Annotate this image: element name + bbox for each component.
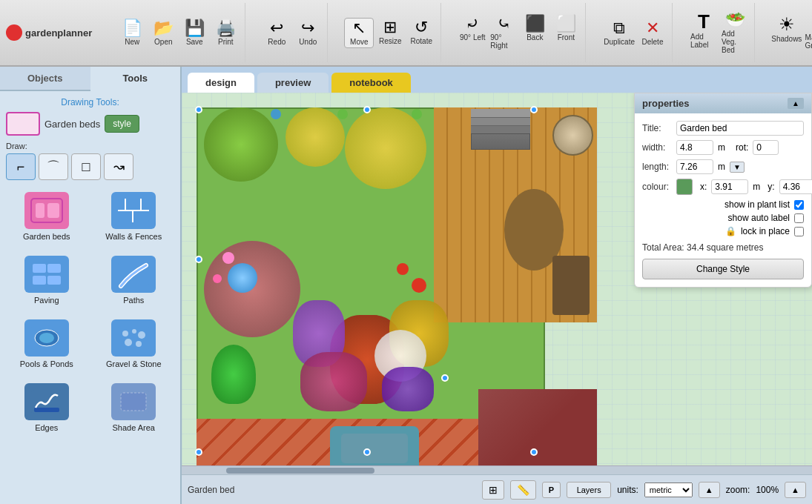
svg-rect-24 — [34, 408, 59, 412]
bottom-bar: Garden bed ⊞ 📏 P Layers units: metric im… — [182, 474, 812, 504]
handle-br[interactable] — [530, 448, 538, 456]
max-grid-button[interactable]: ⊞ Max. Grid — [804, 14, 812, 51]
svg-rect-12 — [47, 276, 61, 285]
history-group: ↩ Redo ↪ Undo — [257, 3, 328, 62]
units-up-button[interactable]: ▲ — [699, 482, 720, 498]
tab-objects[interactable]: Objects — [0, 67, 90, 91]
open-button[interactable]: 📂 Open — [148, 19, 178, 47]
back-button[interactable]: ⬛ Back — [520, 14, 549, 51]
auto-label-row: show auto label — [642, 213, 804, 223]
add-veg-bed-button[interactable]: 🥗 Add Veg. Bed — [720, 10, 750, 56]
handle-bl[interactable] — [195, 448, 202, 456]
tool-edges[interactable]: Edges — [6, 379, 88, 437]
undo-button[interactable]: ↪ Undo — [293, 19, 323, 47]
delete-button[interactable]: ✕ Delete — [638, 19, 667, 47]
move-button[interactable]: ↖ Move — [344, 18, 374, 48]
shade-label: Shade Area — [113, 423, 156, 432]
gardenbed-label: Garden beds — [23, 232, 70, 241]
front-icon: ⬜ — [556, 16, 576, 32]
handle-mr[interactable] — [441, 374, 449, 382]
add-veg-bed-icon: 🥗 — [725, 12, 745, 28]
draw-tool-rect[interactable]: ⌐ — [6, 153, 36, 180]
handle-tm[interactable] — [363, 106, 371, 113]
tool-gardenbed[interactable]: Garden beds — [6, 188, 88, 245]
add-label-button[interactable]: T Add Label — [689, 10, 719, 56]
tab-tools[interactable]: Tools — [90, 67, 181, 91]
length-label: length: — [642, 162, 672, 172]
svg-point-22 — [136, 341, 142, 347]
tool-shade[interactable]: Shade Area — [93, 379, 175, 437]
svg-rect-2 — [47, 203, 59, 218]
change-style-button[interactable]: Change Style — [642, 259, 804, 279]
lock-checkbox[interactable] — [794, 227, 804, 236]
rot-label: rot: — [736, 142, 748, 153]
rotate-left-button[interactable]: ⤾ 90° Left — [458, 14, 487, 51]
logo-text: gardenplanner — [25, 27, 92, 39]
p-button[interactable]: P — [542, 482, 561, 498]
handle-tr[interactable] — [530, 106, 538, 113]
garden-scene[interactable]: properties ▲ Title: width: m — [182, 93, 812, 474]
handle-bm[interactable] — [363, 448, 371, 456]
delete-icon: ✕ — [646, 20, 659, 36]
plant-list-row: show in plant list — [642, 199, 804, 210]
tool-paths[interactable]: Paths — [93, 251, 175, 309]
units-select[interactable]: metric imperial — [644, 483, 693, 497]
auto-label-checkbox[interactable] — [794, 213, 804, 223]
front-button[interactable]: ⬜ Front — [551, 14, 581, 51]
zoom-up-button[interactable]: ▲ — [785, 482, 806, 498]
properties-body: Title: width: m rot: — [635, 113, 811, 287]
plant-list-checkbox[interactable] — [794, 200, 804, 210]
paths-icon — [111, 256, 156, 293]
lock-label: lock in place — [741, 226, 790, 236]
tool-walls[interactable]: Walls & Fences — [93, 188, 175, 245]
length-unit: m — [718, 162, 725, 172]
layers-button[interactable]: Layers — [567, 482, 611, 498]
tab-design[interactable]: design — [188, 73, 254, 93]
x-input[interactable] — [711, 179, 748, 194]
move-icon: ↖ — [352, 20, 366, 36]
handle-ml[interactable] — [195, 256, 202, 263]
properties-header: properties ▲ — [635, 93, 811, 113]
tab-notebook[interactable]: notebook — [331, 73, 411, 93]
h-scrollbar[interactable] — [182, 465, 812, 474]
shadows-button[interactable]: ☀ Shadows — [771, 14, 802, 51]
width-row: width: m rot: — [642, 140, 804, 155]
tool-gravel[interactable]: Gravel & Stone — [93, 315, 175, 373]
new-button[interactable]: 📄 New — [117, 19, 147, 47]
canvas-wrapper[interactable]: properties ▲ Title: width: m — [182, 93, 812, 504]
duplicate-button[interactable]: ⧉ Duplicate — [602, 19, 636, 47]
handle-tl[interactable] — [195, 106, 202, 113]
style-button[interactable]: style — [105, 115, 139, 133]
y-input[interactable] — [779, 179, 812, 194]
rot-input[interactable] — [753, 140, 779, 155]
draw-tool-curve[interactable]: ⌒ — [39, 153, 68, 180]
svg-rect-11 — [33, 276, 46, 285]
draw-tool-square[interactable]: □ — [71, 153, 101, 180]
resize-button[interactable]: ⊞ Resize — [375, 18, 405, 48]
rotate-group: ⤾ 90° Left ⤿ 90° Right ⬛ Back ⬜ Front — [453, 3, 586, 62]
y-label: y: — [768, 182, 774, 192]
tab-preview[interactable]: preview — [257, 73, 329, 93]
lock-icon: 🔒 — [725, 226, 736, 236]
tool-pools[interactable]: Pools & Ponds — [6, 315, 88, 373]
zoom-label: zoom: — [726, 485, 750, 495]
length-input[interactable] — [676, 159, 713, 174]
title-input[interactable] — [676, 121, 804, 136]
tool-paving[interactable]: Paving — [6, 251, 88, 309]
rotate-button[interactable]: ↺ Rotate — [406, 18, 436, 48]
shadows-icon: ☀ — [779, 16, 795, 33]
draw-tool-freeform[interactable]: ↝ — [104, 153, 133, 180]
redo-button[interactable]: ↩ Redo — [262, 19, 291, 47]
length-step-button[interactable]: ▼ — [730, 162, 745, 173]
properties-collapse-button[interactable]: ▲ — [788, 98, 804, 109]
grid-button[interactable]: ⊞ — [482, 480, 504, 500]
draw-label: Draw: — [6, 142, 174, 150]
save-icon: 💾 — [185, 20, 205, 36]
panel-tabs: Objects Tools — [0, 67, 180, 91]
rotate-right-button[interactable]: ⤿ 90° Right — [489, 14, 518, 51]
print-button[interactable]: 🖨️ Print — [211, 19, 240, 47]
ruler-button[interactable]: 📏 — [510, 480, 536, 500]
save-button[interactable]: 💾 Save — [179, 19, 209, 47]
width-input[interactable] — [676, 140, 713, 155]
colour-swatch[interactable] — [676, 179, 693, 195]
